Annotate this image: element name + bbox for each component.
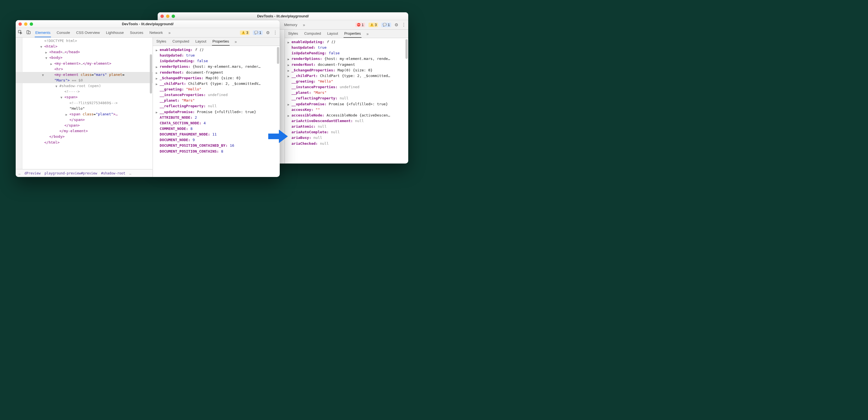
twisty-icon[interactable]: ▶ bbox=[65, 112, 67, 117]
property-row[interactable]: DOCUMENT_NODE: 9 bbox=[156, 137, 277, 143]
twisty-icon[interactable]: ▶ bbox=[287, 63, 289, 67]
zoom-dot[interactable] bbox=[30, 22, 33, 26]
property-row[interactable]: ▶__updatePromise: Promise {<fulfilled>: … bbox=[156, 109, 277, 115]
breadcrumb[interactable]: … dPreview playground-preview#preview #s… bbox=[16, 169, 153, 177]
dom-html-close[interactable]: </html> bbox=[44, 140, 60, 145]
property-row[interactable]: __greeting: "Hello" bbox=[287, 79, 406, 84]
tab-network[interactable]: Network bbox=[149, 28, 163, 37]
tab-lighthouse[interactable]: Lighthouse bbox=[105, 28, 124, 37]
dom-selected-row-2[interactable]: "Mars"> == $0 bbox=[16, 78, 153, 83]
twisty-icon[interactable]: ▶ bbox=[51, 62, 52, 66]
property-row[interactable]: ariaChecked: null bbox=[287, 141, 406, 146]
twisty-icon[interactable]: ▶ bbox=[156, 76, 158, 81]
subtab-styles[interactable]: Styles bbox=[287, 30, 299, 38]
twisty-icon[interactable]: ▶ bbox=[156, 110, 158, 115]
property-row[interactable]: ariaAutoComplete: null bbox=[287, 129, 406, 135]
zoom-dot[interactable] bbox=[172, 14, 175, 18]
dom-shadow-root[interactable]: #shadow-root (open) bbox=[59, 84, 101, 88]
subtab-styles[interactable]: Styles bbox=[156, 37, 166, 46]
device-icon[interactable] bbox=[26, 30, 31, 35]
property-row[interactable]: accessKey: "" bbox=[287, 107, 406, 113]
property-row[interactable]: __planet: "Mars" bbox=[156, 98, 277, 103]
close-dot[interactable] bbox=[160, 14, 164, 18]
property-row[interactable]: DOCUMENT_POSITION_CONTAINS: 8 bbox=[156, 149, 277, 154]
dom-myelement-close[interactable]: </my-element> bbox=[59, 129, 88, 133]
error-badge[interactable]: ⛔1 bbox=[355, 23, 365, 27]
twisty-icon[interactable]: ▼ bbox=[60, 95, 62, 100]
property-row[interactable]: hasUpdated: true bbox=[287, 45, 406, 51]
property-row[interactable]: CDATA_SECTION_NODE: 4 bbox=[156, 120, 277, 126]
more-subtabs-icon[interactable]: » bbox=[235, 39, 237, 44]
dom-head[interactable]: <head> bbox=[49, 50, 62, 54]
dom-span-open[interactable]: <span> bbox=[64, 95, 78, 99]
crumbs-overflow-left[interactable]: … bbox=[19, 171, 21, 175]
tab-console[interactable]: Console bbox=[56, 28, 70, 37]
property-row[interactable]: isUpdatePending: false bbox=[287, 51, 406, 56]
subtab-layout[interactable]: Layout bbox=[327, 30, 339, 38]
property-row[interactable]: ATTRIBUTE_NODE: 2 bbox=[156, 115, 277, 120]
close-dot[interactable] bbox=[19, 22, 22, 26]
property-row[interactable]: ▶accessibleNode: AccessibleNode {activeD… bbox=[287, 113, 406, 118]
property-row[interactable]: ariaAtomic: null bbox=[287, 124, 406, 129]
twisty-icon[interactable]: ▶ bbox=[45, 50, 47, 55]
dom-text-hello[interactable]: "Hello" bbox=[69, 107, 85, 111]
property-row[interactable]: __reflectingProperty: null bbox=[287, 95, 406, 101]
subtab-layout[interactable]: Layout bbox=[195, 37, 207, 46]
twisty-icon[interactable]: ▶ bbox=[287, 113, 289, 118]
twisty-icon[interactable]: ▶ bbox=[287, 102, 289, 107]
property-row[interactable]: ▶renderRoot: document-fragment bbox=[156, 70, 277, 75]
message-badge[interactable]: 💬1 bbox=[381, 23, 391, 27]
property-row[interactable]: __greeting: "Hello" bbox=[156, 87, 277, 92]
dom-hr[interactable]: <hr> bbox=[54, 67, 63, 71]
dom-body-close[interactable]: </body> bbox=[49, 134, 65, 139]
twisty-icon[interactable]: ▶ bbox=[287, 40, 289, 45]
twisty-icon[interactable]: ▶ bbox=[156, 48, 158, 53]
dom-lit-comment[interactable]: <!--?lit$927534869$--> bbox=[69, 101, 118, 105]
crumb-playground-preview[interactable]: playground-preview#preview bbox=[44, 171, 97, 175]
twisty-icon[interactable]: ▼ bbox=[42, 73, 44, 78]
property-row[interactable]: ▶_$changedProperties: Map(0) {size: 0} bbox=[287, 67, 406, 73]
subtab-computed[interactable]: Computed bbox=[304, 30, 321, 38]
property-row[interactable]: COMMENT_NODE: 8 bbox=[156, 126, 277, 131]
dom-tree[interactable]: ⋯ <!DOCTYPE html> ▼<html> ▶<head>…</head… bbox=[16, 37, 153, 169]
crumb-dpreview[interactable]: dPreview bbox=[24, 171, 40, 175]
property-row[interactable]: __planet: "Mars" bbox=[287, 90, 406, 95]
property-row[interactable]: ▶renderOptions: {host: my-element.mars, … bbox=[156, 64, 277, 69]
properties-list[interactable]: ▶enableUpdating: f ()hasUpdated: trueisU… bbox=[285, 38, 408, 163]
warning-badge[interactable]: ⚠️3 bbox=[240, 31, 250, 35]
subtab-properties[interactable]: Properties bbox=[344, 30, 361, 38]
dom-html-open[interactable]: <html> bbox=[44, 44, 57, 49]
property-row[interactable]: DOCUMENT_FRAGMENT_NODE: 11 bbox=[156, 131, 277, 137]
more-subtabs-icon[interactable]: » bbox=[367, 32, 369, 36]
property-row[interactable]: __reflectingProperty: null bbox=[156, 103, 277, 109]
twisty-icon[interactable]: ▼ bbox=[56, 84, 57, 89]
more-tabs-icon[interactable]: » bbox=[303, 23, 305, 27]
twisty-icon[interactable]: ▶ bbox=[156, 82, 158, 87]
property-row[interactable]: ▶_$changedProperties: Map(0) {size: 0} bbox=[156, 75, 277, 81]
property-row[interactable]: DOCUMENT_POSITION_CONTAINED_BY: 16 bbox=[156, 143, 277, 148]
dom-myelement-1[interactable]: <my-element> bbox=[54, 61, 81, 65]
kebab-icon[interactable]: ⋮ bbox=[402, 22, 406, 27]
twisty-icon[interactable]: ▶ bbox=[156, 70, 158, 75]
property-row[interactable]: ▶enableUpdating: f () bbox=[156, 47, 277, 53]
twisty-icon[interactable]: ▶ bbox=[287, 74, 289, 79]
property-row[interactable]: ariaActiveDescendantElement: null bbox=[287, 118, 406, 124]
dom-comment[interactable]: <!----> bbox=[64, 89, 80, 93]
scrollbar-thumb[interactable] bbox=[150, 54, 152, 93]
subtab-properties[interactable]: Properties bbox=[212, 37, 229, 46]
message-badge[interactable]: 💬1 bbox=[253, 31, 262, 35]
property-row[interactable]: hasUpdated: true bbox=[156, 53, 277, 58]
dom-span-close[interactable]: </span> bbox=[69, 118, 85, 122]
crumb-shadow-root[interactable]: #shadow-root bbox=[101, 171, 125, 175]
property-row[interactable]: ▶enableUpdating: f () bbox=[287, 39, 406, 45]
property-row[interactable]: ariaBusy: null bbox=[287, 135, 406, 141]
more-tabs-icon[interactable]: » bbox=[168, 31, 170, 35]
minimize-dot[interactable] bbox=[166, 14, 169, 18]
tab-elements[interactable]: Elements bbox=[35, 28, 51, 37]
warning-badge[interactable]: ⚠️3 bbox=[369, 23, 378, 27]
twisty-icon[interactable]: ▶ bbox=[287, 68, 289, 73]
inspect-icon[interactable] bbox=[18, 30, 22, 35]
dom-selected-row[interactable]: ▼<my-element class="mars" planet= bbox=[16, 72, 153, 78]
property-row[interactable]: __instanceProperties: undefined bbox=[156, 92, 277, 98]
settings-icon[interactable]: ⚙ bbox=[395, 22, 398, 27]
